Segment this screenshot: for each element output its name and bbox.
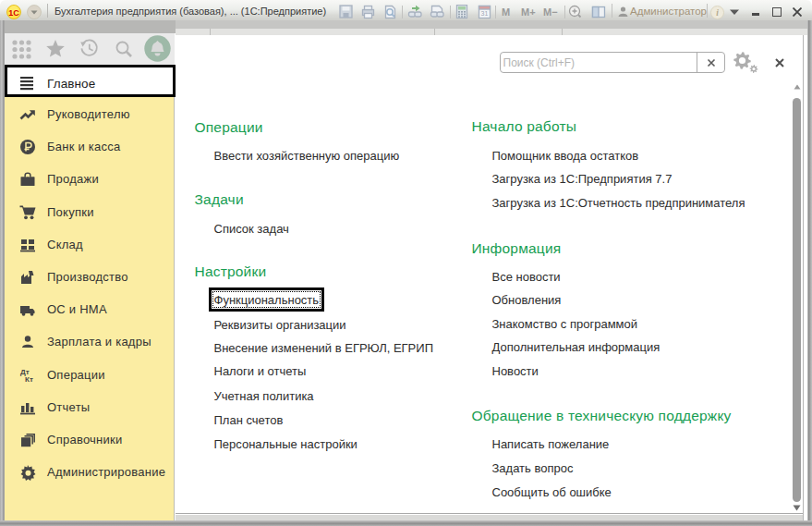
svg-text:M+: M+ xyxy=(521,6,536,18)
svg-text:1С: 1С xyxy=(8,8,19,18)
svg-text:31: 31 xyxy=(481,10,489,17)
svg-text:M: M xyxy=(502,6,510,18)
svg-text:M−: M− xyxy=(543,6,558,18)
svg-text:i: i xyxy=(716,8,719,18)
svg-text:Кт: Кт xyxy=(25,375,33,384)
